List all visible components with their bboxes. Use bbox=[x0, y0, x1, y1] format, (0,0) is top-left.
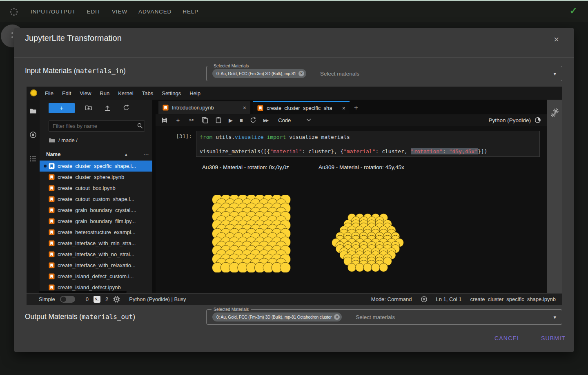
file-name: create_cutout_box.ipynb bbox=[58, 185, 116, 191]
command-mode-indicator[interactable]: Mode: Command bbox=[371, 296, 412, 302]
cell-type-select[interactable]: Code bbox=[278, 117, 311, 123]
jupyter-menu-item[interactable]: File bbox=[45, 90, 53, 96]
file-row[interactable]: create_interface_with_min_stra... bbox=[40, 238, 152, 249]
file-list: create_cluster_specific_shape.i... creat… bbox=[40, 161, 152, 293]
tab-create-cluster[interactable]: create_cluster_specific_sha × bbox=[253, 101, 350, 114]
header-more-icon[interactable]: ⋯ bbox=[143, 151, 149, 158]
file-list-header[interactable]: Name ▴ ⋯ bbox=[40, 149, 152, 160]
output-materials-select[interactable]: Selected Materials 0: Au, Gold, FCC (Fm-… bbox=[206, 309, 562, 325]
file-row[interactable]: create_grain_boundary_crystal.... bbox=[40, 205, 152, 216]
top-menu-item[interactable]: EDIT bbox=[87, 9, 101, 15]
jupyter-menu-item[interactable]: Run bbox=[100, 90, 109, 96]
chip-remove-icon[interactable]: × bbox=[298, 71, 304, 76]
file-row[interactable]: create_cutout_box.ipynb bbox=[40, 183, 152, 194]
input-materials-select[interactable]: Selected Materials 0: Au, Gold, FCC (Fm-… bbox=[206, 66, 562, 81]
output-title-right: Au309 - Material - rotation: 45y,45x bbox=[318, 164, 404, 170]
refresh-icon[interactable] bbox=[122, 104, 130, 112]
cursor-position[interactable]: Ln 1, Col 1 bbox=[436, 296, 462, 302]
file-row[interactable]: create_interface_with_no_strai... bbox=[40, 249, 152, 260]
app-logo-icon[interactable] bbox=[9, 7, 19, 17]
top-menu: INPUT/OUTPUTEDITVIEWADVANCEDHELP bbox=[0, 9, 198, 15]
jupyter-menu-item[interactable]: Settings bbox=[162, 90, 181, 96]
cell-prompt: [31]: bbox=[176, 133, 192, 139]
kernels-count[interactable]: 2 bbox=[105, 296, 108, 302]
kernel-chip-icon[interactable] bbox=[113, 296, 120, 303]
file-row[interactable]: create_cutout_custom_shape.i... bbox=[40, 194, 152, 205]
save-icon[interactable] bbox=[161, 117, 168, 123]
notebook-file-icon bbox=[49, 163, 55, 169]
new-folder-icon[interactable] bbox=[85, 104, 92, 112]
terminal-icon[interactable]: $_ bbox=[94, 296, 100, 303]
terminals-count[interactable]: 0 bbox=[86, 296, 89, 302]
success-check-icon: ✓ bbox=[570, 5, 577, 16]
dropdown-caret-icon[interactable]: ▾ bbox=[553, 314, 556, 320]
file-row[interactable]: create_interface_with_relaxatio... bbox=[40, 260, 152, 271]
file-name: create_island_defect_custom.i... bbox=[58, 273, 134, 279]
top-menu-item[interactable]: HELP bbox=[183, 9, 198, 15]
top-menu-item[interactable]: INPUT/OUTPUT bbox=[31, 9, 76, 15]
output-material-chip[interactable]: 0: Au, Gold, FCC (Fm-3m) 3D (Bulk), mp-8… bbox=[212, 312, 342, 321]
app-top-bar: INPUT/OUTPUTEDITVIEWADVANCEDHELP ✓ bbox=[0, 1, 588, 22]
restart-run-all-icon[interactable]: ▶▶ bbox=[263, 118, 268, 123]
add-tab-button[interactable]: + bbox=[352, 103, 360, 112]
code-cell-editor[interactable]: from utils.visualize import visualize_ma… bbox=[196, 131, 540, 157]
new-launcher-button[interactable]: + bbox=[49, 103, 75, 113]
cancel-button[interactable]: CANCEL bbox=[488, 333, 527, 344]
paste-icon[interactable] bbox=[215, 117, 222, 123]
file-row[interactable]: create_cluster_specific_shape.i... bbox=[40, 161, 152, 172]
run-cell-icon[interactable]: ▶ bbox=[229, 117, 233, 123]
jupyter-menu-item[interactable]: Kernel bbox=[118, 90, 134, 96]
output-materials-legend: Selected Materials bbox=[212, 307, 251, 312]
file-browser-icon[interactable] bbox=[29, 107, 37, 114]
add-cell-icon[interactable]: + bbox=[175, 117, 181, 123]
right-panel-strip bbox=[547, 100, 562, 293]
notebook-file-icon bbox=[49, 251, 55, 257]
tab-close-icon[interactable]: × bbox=[243, 105, 246, 111]
simple-mode-toggle[interactable] bbox=[60, 296, 75, 303]
submit-button[interactable]: SUBMIT bbox=[533, 333, 574, 344]
running-kernels-icon[interactable] bbox=[29, 131, 37, 138]
jupyter-menu-item[interactable]: Edit bbox=[62, 90, 71, 96]
notebook-file-icon bbox=[49, 284, 55, 290]
notebook-file-icon bbox=[49, 185, 55, 191]
kernel-selector[interactable]: Python (Pyodide) bbox=[488, 117, 541, 123]
jupyter-menu-item[interactable]: Help bbox=[189, 90, 200, 96]
filter-files-input[interactable] bbox=[49, 121, 145, 132]
chip-remove-icon[interactable]: × bbox=[334, 314, 340, 320]
notebook-content: [31]: from utils.visualize import visual… bbox=[156, 126, 547, 293]
current-filename: create_cluster_specific_shape.ipynb bbox=[470, 296, 556, 302]
filebrowser-scrollbar[interactable] bbox=[39, 291, 127, 293]
kernel-status[interactable]: Python (Pyodide) | Busy bbox=[129, 296, 186, 302]
top-menu-item[interactable]: VIEW bbox=[112, 9, 127, 15]
input-materials-label: Input Materials (materials_in) bbox=[25, 65, 126, 76]
file-row[interactable]: create_heterostructure_exampl... bbox=[40, 227, 152, 238]
notebook-file-icon bbox=[49, 229, 55, 235]
running-dot bbox=[44, 165, 47, 167]
top-menu-item[interactable]: ADVANCED bbox=[138, 9, 172, 15]
file-row[interactable]: create_grain_boundary_film.ipy... bbox=[40, 216, 152, 227]
file-name: create_interface_with_min_stra... bbox=[58, 240, 136, 246]
file-name: create_island_defect.ipynb bbox=[58, 284, 121, 290]
upload-icon[interactable] bbox=[104, 104, 111, 112]
copy-icon[interactable] bbox=[202, 117, 208, 123]
tab-introduction[interactable]: Introduction.ipynb × bbox=[158, 101, 250, 114]
dialog-close-button[interactable]: × bbox=[554, 35, 559, 44]
jupyter-menu-item[interactable]: View bbox=[80, 90, 91, 96]
tab-close-icon[interactable]: × bbox=[342, 105, 345, 112]
cut-cell-icon[interactable]: ✂ bbox=[188, 117, 195, 123]
input-material-chip[interactable]: 0: Au, Gold, FCC (Fm-3m) 3D (Bulk), mp-8… bbox=[212, 69, 306, 78]
notebook-file-icon bbox=[49, 207, 55, 213]
dropdown-caret-icon[interactable]: ▾ bbox=[553, 71, 556, 77]
file-name: create_grain_boundary_film.ipy... bbox=[58, 218, 136, 224]
table-of-contents-icon[interactable] bbox=[29, 155, 37, 163]
jupyter-menu-item[interactable]: Tabs bbox=[142, 90, 153, 96]
settings-gears-icon[interactable] bbox=[550, 108, 559, 118]
file-row[interactable]: create_island_defect_custom.i... bbox=[40, 271, 152, 282]
restart-kernel-icon[interactable] bbox=[250, 117, 256, 123]
stop-kernel-icon[interactable]: ■ bbox=[240, 117, 243, 123]
search-icon bbox=[137, 123, 143, 129]
file-row[interactable]: create_cluster_sphere.ipynb bbox=[40, 172, 152, 183]
breadcrumb[interactable]: / made / bbox=[49, 136, 78, 145]
trust-shield-icon[interactable] bbox=[421, 296, 428, 303]
input-materials-placeholder: Select materials bbox=[320, 71, 359, 77]
